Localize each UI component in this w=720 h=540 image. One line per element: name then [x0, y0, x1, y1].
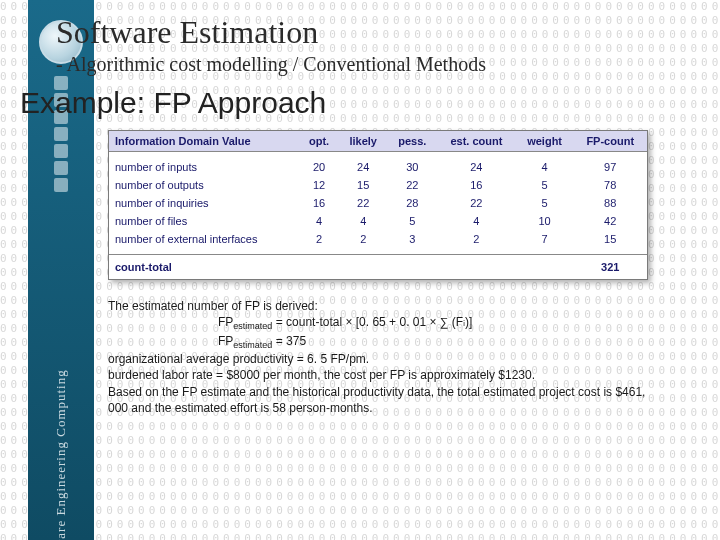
cell: 78 [573, 176, 647, 194]
cell: number of outputs [109, 176, 299, 194]
cell: number of files [109, 212, 299, 230]
cell: number of inquiries [109, 194, 299, 212]
cell: 5 [388, 212, 437, 230]
cell: 97 [573, 158, 647, 176]
cell: 28 [388, 194, 437, 212]
cell: 5 [516, 194, 574, 212]
cell: 88 [573, 194, 647, 212]
cell: 22 [388, 176, 437, 194]
table-row: number of outputs12152216578 [109, 176, 647, 194]
table-row: number of inputs20243024497 [109, 158, 647, 176]
cell: 2 [437, 230, 516, 248]
cell: 4 [299, 212, 339, 230]
cell: 16 [437, 176, 516, 194]
slide-subtitle: - Algorithmic cost modelling / Conventio… [56, 53, 694, 76]
table-row: number of inquiries16222822588 [109, 194, 647, 212]
cell: 22 [437, 194, 516, 212]
cell: 24 [437, 158, 516, 176]
text-line: burdened labor rate = $8000 per month, t… [108, 367, 664, 383]
text-line: organizational average productivity = 6.… [108, 351, 664, 367]
cell: 22 [339, 194, 388, 212]
cell: 15 [339, 176, 388, 194]
cell: 20 [299, 158, 339, 176]
cell: 2 [339, 230, 388, 248]
table-footer-row: count-total 321 [109, 255, 647, 280]
slide-content: Software Estimation - Algorithmic cost m… [0, 0, 720, 416]
cell: 5 [516, 176, 574, 194]
text-line: The estimated number of FP is derived: [108, 298, 664, 314]
col-header: Information Domain Value [109, 131, 299, 152]
section-heading: Example: FP Approach [20, 86, 694, 120]
col-header: likely [339, 131, 388, 152]
fp-table: Information Domain Value opt. likely pes… [108, 130, 648, 280]
slide-title: Software Estimation [56, 14, 694, 51]
total-label: count-total [109, 255, 573, 280]
cell: 4 [516, 158, 574, 176]
col-header: est. count [437, 131, 516, 152]
col-header: opt. [299, 131, 339, 152]
col-header: FP-count [573, 131, 647, 152]
cell: 12 [299, 176, 339, 194]
total-value: 321 [573, 255, 647, 280]
table-row: number of files44541042 [109, 212, 647, 230]
cell: 7 [516, 230, 574, 248]
cell: number of inputs [109, 158, 299, 176]
cell: 10 [516, 212, 574, 230]
col-header: pess. [388, 131, 437, 152]
cell: 2 [299, 230, 339, 248]
cell: 3 [388, 230, 437, 248]
cell: 4 [339, 212, 388, 230]
cell: 24 [339, 158, 388, 176]
cell: 42 [573, 212, 647, 230]
formula-line: FPestimated = 375 [218, 333, 664, 352]
cell: 30 [388, 158, 437, 176]
cell: 4 [437, 212, 516, 230]
cell: 16 [299, 194, 339, 212]
explanation-text: The estimated number of FP is derived: F… [108, 298, 664, 416]
formula-line: FPestimated = count-total × [0. 65 + 0. … [218, 314, 664, 333]
col-header: weight [516, 131, 574, 152]
cell: number of external interfaces [109, 230, 299, 248]
table-header-row: Information Domain Value opt. likely pes… [109, 131, 647, 152]
text-line: Based on the FP estimate and the histori… [108, 384, 664, 416]
table-row: number of external interfaces2232715 [109, 230, 647, 248]
cell: 15 [573, 230, 647, 248]
